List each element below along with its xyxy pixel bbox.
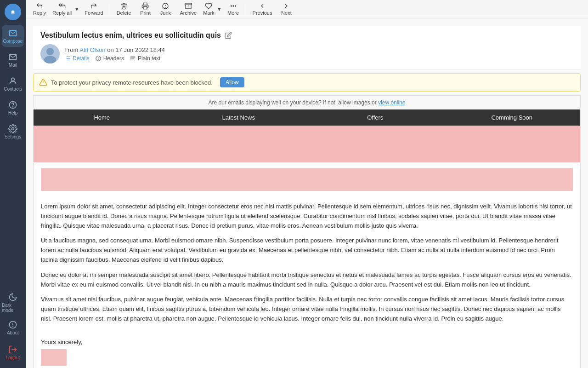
svg-point-4: [11, 78, 15, 81]
junk-button[interactable]: Junk: [156, 1, 175, 17]
email-para-1: Lorem ipsum dolor sit amet, consectetur …: [41, 202, 573, 230]
sidebar-item-compose-label: Compose: [3, 39, 23, 44]
sidebar-item-contacts-label: Contacts: [4, 86, 22, 92]
sidebar-item-logout[interactable]: Logout: [2, 341, 24, 363]
details-tab-label: Details: [73, 55, 90, 62]
email-text-content: Lorem ipsum dolor sit amet, consectetur …: [34, 196, 580, 335]
email-top-notice: Are our emails displaying well on your d…: [34, 96, 580, 109]
forward-button[interactable]: Forward: [81, 1, 107, 17]
archive-button[interactable]: Archive: [176, 1, 200, 17]
sidebar-item-settings-label: Settings: [5, 134, 21, 139]
reply-button[interactable]: Reply: [29, 1, 50, 17]
email-subject: Vestibulum lectus enim, ultrices eu soll…: [40, 31, 573, 40]
email-nav-home[interactable]: Home: [34, 109, 170, 126]
meta-from: From Atif Olson on 17 Jun 2022 18:44: [64, 46, 573, 53]
next-label: Next: [281, 10, 292, 16]
sidebar: Compose Mail Contacts Help Settings Dark…: [0, 0, 26, 368]
print-button[interactable]: Print: [136, 1, 155, 17]
email-meta: From Atif Olson on 17 Jun 2022 18:44 Det…: [40, 44, 573, 63]
previous-button[interactable]: Previous: [249, 1, 276, 17]
sidebar-item-settings[interactable]: Settings: [2, 121, 24, 143]
sidebar-item-mail-label: Mail: [9, 63, 17, 68]
headers-tab-label: Headers: [103, 55, 124, 62]
headers-tab[interactable]: Headers: [95, 55, 124, 62]
reply-all-button[interactable]: Reply all: [51, 1, 74, 17]
forward-label: Forward: [85, 10, 103, 16]
avatar: [40, 44, 60, 63]
email-body: Are our emails displaying well on your d…: [33, 95, 581, 368]
list-icon: [64, 55, 71, 62]
svg-point-1: [11, 11, 14, 13]
reply-label: Reply: [33, 10, 46, 16]
privacy-warning: To protect your privacy remote resources…: [33, 73, 581, 92]
reply-all-split-button[interactable]: Reply all ▾: [51, 1, 80, 17]
info-icon: [95, 55, 102, 62]
plain-text-tab-label: Plain text: [138, 55, 160, 62]
allow-button[interactable]: Allow: [220, 77, 244, 87]
mark-dropdown[interactable]: ▾: [216, 1, 223, 17]
sidebar-item-help-label: Help: [8, 110, 18, 115]
email-nav-offers[interactable]: Offers: [307, 109, 444, 126]
email-header: Vestibulum lectus enim, ultrices eu soll…: [33, 26, 581, 69]
top-notice-text: Are our emails displaying well on your d…: [209, 99, 377, 106]
junk-label: Junk: [160, 10, 171, 16]
email-banner-mid: [41, 168, 573, 191]
email-nav-bar: Home Latest News Offers Comming Soon: [34, 109, 580, 126]
svg-point-15: [165, 7, 166, 7]
svg-point-32: [98, 59, 98, 60]
mark-label: Mark: [203, 10, 214, 16]
view-online-link[interactable]: view online: [378, 99, 405, 106]
previous-label: Previous: [253, 10, 272, 16]
delete-label: Delete: [117, 10, 131, 16]
sender-link[interactable]: Atif Olson: [79, 46, 105, 53]
email-content-area: Vestibulum lectus enim, ultrices eu soll…: [26, 18, 588, 368]
sidebar-item-logout-label: Logout: [6, 355, 20, 360]
yours-sincerely: Yours sincerely,: [41, 339, 573, 345]
warning-icon: [39, 78, 47, 86]
view-online-label: view online: [378, 99, 405, 106]
email-nav-latestnews[interactable]: Latest News: [170, 109, 307, 126]
plain-text-tab[interactable]: Plain text: [130, 55, 160, 62]
signature-image: [41, 349, 67, 366]
sidebar-item-help[interactable]: Help: [2, 97, 24, 119]
more-button[interactable]: More: [224, 1, 243, 17]
sidebar-item-compose[interactable]: Compose: [2, 25, 24, 47]
meta-info: From Atif Olson on 17 Jun 2022 18:44 Det…: [64, 46, 573, 62]
svg-point-6: [13, 106, 13, 107]
email-para-3: Donec eu dolor at mi semper malesuada su…: [41, 270, 573, 290]
subject-text: Vestibulum lectus enim, ultrices eu soll…: [40, 31, 221, 40]
sidebar-item-darkmode[interactable]: Dark mode: [2, 292, 24, 314]
mark-button[interactable]: Mark: [201, 1, 216, 17]
email-para-4: Vivamus sit amet nisi faucibus, pulvinar…: [41, 295, 573, 323]
email-signature: Yours sincerely, Atif Olson Company To u…: [34, 335, 580, 368]
delete-button[interactable]: Delete: [113, 1, 135, 17]
toolbar-sep-1: [110, 4, 110, 15]
sidebar-item-contacts[interactable]: Contacts: [2, 73, 24, 95]
privacy-warning-text: To protect your privacy remote resources…: [51, 79, 213, 86]
details-tab[interactable]: Details: [64, 55, 90, 62]
reply-all-dropdown[interactable]: ▾: [74, 1, 80, 17]
sidebar-item-darkmode-label: Dark mode: [2, 303, 24, 313]
svg-point-20: [235, 6, 236, 6]
svg-rect-16: [185, 3, 192, 5]
more-label: More: [227, 10, 239, 16]
app-logo: [5, 4, 21, 20]
svg-point-19: [233, 6, 234, 6]
svg-point-22: [46, 48, 54, 55]
svg-point-7: [12, 127, 14, 130]
text-icon: [130, 55, 136, 62]
edit-subject-icon[interactable]: [225, 32, 232, 39]
toolbar-sep-2: [246, 4, 246, 15]
email-date: on 17 Jun 2022 18:44: [107, 46, 165, 53]
toolbar: Reply Reply all ▾ Forward Delete Print J…: [26, 0, 588, 18]
sidebar-item-about-label: About: [7, 330, 19, 335]
reply-all-label: Reply all: [52, 10, 72, 16]
svg-rect-12: [143, 6, 147, 9]
main-content: Reply Reply all ▾ Forward Delete Print J…: [26, 0, 588, 368]
mark-split-button[interactable]: Mark ▾: [201, 1, 222, 17]
sidebar-item-mail[interactable]: Mail: [2, 49, 24, 71]
sidebar-item-about[interactable]: About: [2, 316, 24, 339]
svg-point-10: [13, 326, 13, 326]
next-button[interactable]: Next: [277, 1, 296, 17]
email-nav-comingsoon[interactable]: Comming Soon: [444, 109, 581, 126]
